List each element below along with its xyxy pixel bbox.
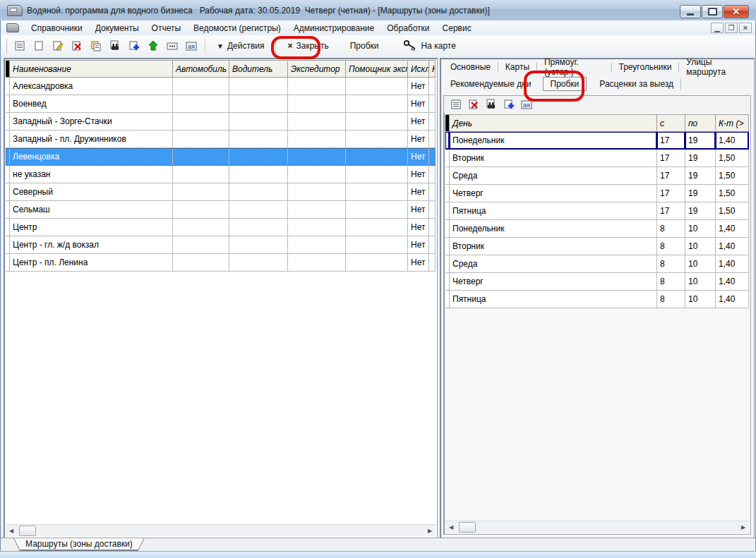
table-row[interactable]: Среда 8 10 1,40 — [445, 255, 749, 273]
close-form-label: Закрыть — [296, 41, 329, 51]
table-row[interactable]: Вторник 17 19 1,50 — [445, 150, 749, 167]
sort-icon[interactable]: ая — [182, 37, 200, 55]
menu-administrirovanie[interactable]: Администрирование — [287, 22, 380, 35]
tab-probki-active[interactable]: Пробки — [543, 77, 587, 91]
edit-icon[interactable] — [49, 37, 66, 55]
mdi-close-button[interactable]: ✕ — [739, 23, 752, 33]
cell-empty — [229, 166, 288, 183]
scroll-right-icon[interactable]: ▶ — [738, 521, 749, 533]
menu-obrabotki[interactable]: Обработки — [380, 22, 436, 35]
table-row[interactable]: Центр Нет — [6, 219, 436, 236]
probki-button[interactable]: Пробки — [344, 39, 385, 53]
sort-icon[interactable]: ая — [518, 97, 534, 113]
maximize-button[interactable] — [702, 5, 723, 18]
col-auto[interactable]: Автомобиль — [173, 60, 229, 78]
table-row[interactable]: Пятница 8 10 1,40 — [445, 291, 749, 308]
scroll-right-icon[interactable]: ▶ — [424, 525, 436, 536]
dots-icon[interactable] — [163, 37, 181, 55]
tab-ulicy-marshruta[interactable]: Улицы маршрута — [679, 55, 754, 79]
scroll-left-icon[interactable]: ◀ — [6, 525, 17, 536]
list-icon[interactable] — [448, 97, 464, 113]
find-icon[interactable] — [483, 97, 499, 113]
copy-icon[interactable] — [87, 37, 104, 55]
cell-coef: 1,40 — [716, 220, 749, 238]
cell-to: 10 — [685, 291, 716, 308]
table-row[interactable]: Александровка Нет — [6, 78, 436, 95]
cell-coef: 1,50 — [716, 185, 749, 202]
mdi-restore-button[interactable]: ❐ — [725, 23, 738, 33]
mdi-child-icon[interactable] — [6, 23, 19, 32]
probki-label: Пробки — [350, 41, 379, 51]
close-button[interactable]: ✕ — [724, 5, 749, 18]
add-icon[interactable] — [500, 97, 517, 113]
table-row[interactable]: Северный Нет — [6, 183, 436, 201]
cell-empty — [173, 219, 229, 236]
menu-servis[interactable]: Сервис — [436, 22, 478, 35]
menu-otchety[interactable]: Отчеты — [145, 22, 187, 35]
table-row[interactable]: Западный - Зорге-Стачки Нет — [6, 113, 436, 131]
close-form-button[interactable]: × Закрыть — [282, 39, 334, 53]
menu-dokumenty[interactable]: Документы — [89, 22, 145, 35]
col-to[interactable]: по — [685, 114, 716, 132]
tab-rekomenduemye-dni[interactable]: Рекомендуемые дни — [443, 77, 539, 91]
scrollbar-thumb[interactable] — [19, 526, 36, 536]
right-horizontal-scrollbar[interactable]: ◀ ▶ — [445, 521, 749, 533]
col-name[interactable]: Наименование — [10, 60, 173, 78]
table-row[interactable]: Вторник 8 10 1,40 — [445, 238, 749, 255]
tab-osnovnye[interactable]: Основные — [443, 60, 498, 74]
cell-empty — [229, 131, 288, 148]
new-icon[interactable] — [30, 37, 47, 55]
tab-karty[interactable]: Карты — [498, 60, 536, 74]
col-coef[interactable]: К-т (> — [716, 114, 749, 132]
menu-vedomosti[interactable]: Ведомости (регистры) — [187, 22, 287, 35]
cell-coef: 1,40 — [716, 132, 749, 150]
menu-spravochniki[interactable]: Справочники — [25, 22, 89, 35]
delete-icon[interactable] — [465, 97, 481, 113]
cell-day: Понедельник — [450, 220, 657, 238]
table-row[interactable]: Западный - пл. Дружинников Нет — [6, 131, 436, 148]
left-horizontal-scrollbar[interactable]: ◀ ▶ — [6, 524, 436, 536]
delete-icon[interactable] — [68, 37, 85, 55]
tab-pryamoug[interactable]: Прямоуг. (устар.) — [537, 55, 611, 79]
table-row[interactable]: Военвед Нет — [6, 95, 436, 113]
tab-treugolniki[interactable]: Треугольники — [611, 60, 678, 74]
map-button[interactable]: На карте — [397, 37, 462, 55]
mdi-minimize-button[interactable]: ▁ — [711, 23, 724, 33]
cell-empty — [346, 183, 408, 201]
col-clipped[interactable]: Н — [429, 60, 436, 78]
table-row[interactable]: Пятница 17 19 1,50 — [445, 202, 749, 220]
table-row[interactable]: Четверг 8 10 1,40 — [445, 273, 749, 291]
cell-from: 8 — [657, 273, 685, 291]
col-assistant[interactable]: Помощник эксп — [346, 60, 408, 78]
toolbar-separator — [275, 39, 276, 53]
table-row-selected[interactable]: Левенцовка Нет — [6, 148, 436, 166]
traffic-table-header: День с по К-т (> — [445, 114, 749, 132]
col-day[interactable]: День — [450, 114, 657, 132]
move-up-icon[interactable] — [144, 37, 162, 55]
table-row[interactable]: не указан Нет — [6, 166, 436, 183]
list-icon[interactable] — [11, 37, 28, 55]
find-icon[interactable] — [106, 37, 124, 55]
cell-empty — [173, 183, 229, 201]
table-row[interactable]: Четверг 17 19 1,50 — [445, 185, 749, 202]
scroll-left-icon[interactable]: ◀ — [445, 521, 457, 533]
col-from[interactable]: с — [657, 114, 685, 132]
col-excl[interactable]: Исклю — [408, 60, 429, 78]
add-icon[interactable] — [125, 37, 143, 55]
scrollbar-thumb[interactable] — [459, 522, 476, 533]
col-expeditor[interactable]: Экспедитор — [288, 60, 346, 78]
table-row-focused[interactable]: Понедельник 17 19 1,40 — [445, 132, 749, 150]
table-row[interactable]: Среда 17 19 1,50 — [445, 167, 749, 185]
col-driver[interactable]: Водитель — [229, 60, 288, 78]
tab-rascenki-za-vyezd[interactable]: Расценки за выезд — [592, 77, 680, 91]
actions-button[interactable]: ▼ Действия — [211, 39, 270, 53]
minimize-button[interactable] — [680, 5, 701, 18]
table-row[interactable]: Центр - пл. Ленина Нет — [6, 254, 436, 272]
cell-empty — [288, 148, 346, 166]
table-row[interactable]: Сельмаш Нет — [6, 201, 436, 219]
cell-from: 8 — [657, 220, 685, 238]
table-row[interactable]: Центр - гл. ж/д вокзал Нет — [6, 236, 436, 254]
sheet-tab[interactable]: Маршруты (зоны доставки) — [13, 538, 145, 551]
table-row[interactable]: Понедельник 8 10 1,40 — [445, 220, 749, 238]
cell-empty — [229, 254, 288, 272]
